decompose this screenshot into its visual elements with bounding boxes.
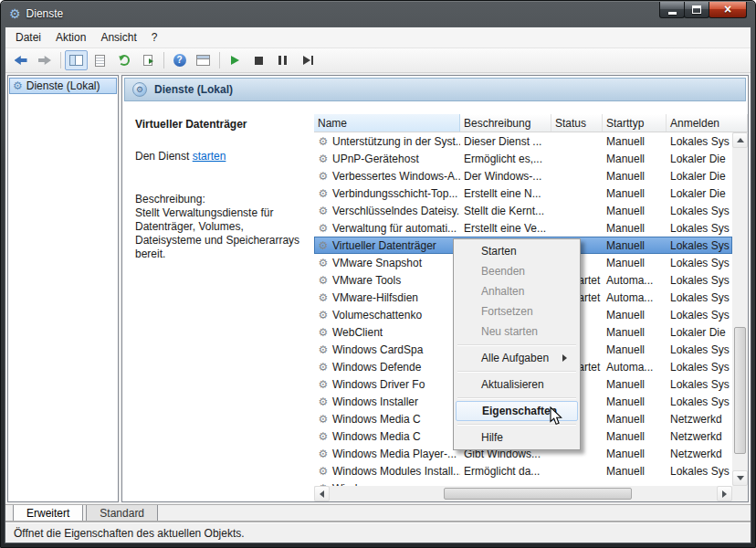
- context-menu-item-fortsetzen: Fortsetzen: [456, 301, 578, 321]
- service-startup-type: Manuell: [603, 170, 667, 183]
- service-gear-icon: ⚙: [317, 171, 330, 182]
- service-description: Ermöglicht da...: [460, 465, 551, 478]
- scroll-down-button[interactable]: [732, 470, 748, 486]
- column-header-beschreibung[interactable]: Beschreibung: [460, 114, 551, 132]
- main-panel: ⚙ Dienste (Lokal) Virtueller Datenträger…: [121, 75, 749, 502]
- start-service-button[interactable]: [224, 50, 247, 70]
- help-button[interactable]: [168, 50, 191, 70]
- column-header-name[interactable]: Name: [314, 114, 460, 132]
- scroll-right-button[interactable]: [717, 486, 732, 501]
- service-logon-as: Lokales Sys: [667, 309, 732, 321]
- tree-item-label: Dienste (Lokal): [26, 79, 100, 92]
- column-header-starttyp[interactable]: Starttyp: [603, 114, 667, 132]
- service-row[interactable]: ⚙Verschlüsselndes Dateisy...Stellt die K…: [314, 202, 732, 219]
- vertical-scroll-thumb[interactable]: [734, 327, 746, 454]
- menu-datei[interactable]: Datei: [8, 28, 48, 47]
- maximize-button[interactable]: [684, 2, 709, 18]
- service-description: Erstellt eine Ve...: [460, 222, 551, 235]
- service-startup-type: Manuell: [603, 205, 667, 217]
- context-menu-item-aktualisieren[interactable]: Aktualisieren: [456, 374, 578, 395]
- service-name-cell: ⚙Virtueller Datenträger: [314, 239, 460, 252]
- context-menu-item-starten[interactable]: Starten: [456, 241, 578, 261]
- restart-service-icon: [303, 56, 310, 65]
- service-name: Windows Modules Install...: [332, 465, 460, 478]
- arrow-down-icon: [737, 476, 744, 484]
- service-logon-as: Lokales Sys: [667, 361, 732, 374]
- vertical-scrollbar[interactable]: [732, 132, 748, 486]
- horizontal-scroll-thumb[interactable]: [444, 488, 632, 500]
- refresh-button[interactable]: [112, 50, 135, 70]
- services-icon: ⚙: [13, 80, 23, 91]
- service-name: Verschlüsselndes Dateisy...: [332, 205, 460, 217]
- scroll-left-button[interactable]: [314, 486, 330, 501]
- table-header: NameBeschreibungStatusStarttypAnmelden: [314, 114, 748, 132]
- status-bar: Öffnet die Eigenschaften des aktuellen O…: [5, 522, 751, 543]
- extended-view-icon: [196, 55, 210, 66]
- column-header-anmelden[interactable]: Anmelden: [667, 114, 748, 132]
- context-menu-item-hilfe[interactable]: Hilfe: [456, 427, 578, 448]
- extended-view-button[interactable]: [192, 50, 215, 70]
- menu-ansicht[interactable]: Ansicht: [93, 28, 143, 47]
- service-logon-as: Lokales Sys: [667, 222, 732, 235]
- service-name: VMware Snapshot: [332, 257, 422, 269]
- service-row[interactable]: ⚙Verwaltung für automati...Erstellt eine…: [314, 219, 732, 237]
- service-logon-as: Lokales Sys: [667, 395, 732, 408]
- service-row[interactable]: ⚙Verbessertes Windows-A...Der Windows-..…: [314, 167, 732, 184]
- service-name-cell: ⚙Verwaltung für automati...: [314, 222, 460, 235]
- service-name: Windows Media C: [332, 430, 421, 443]
- service-logon-as: Lokaler Die: [667, 170, 732, 183]
- show-console-tree-button[interactable]: [65, 50, 88, 70]
- service-row[interactable]: ⚙Unterstützung in der Syst...Dieser Dien…: [314, 132, 732, 150]
- service-startup-type: Manuell: [603, 343, 667, 356]
- back-button[interactable]: [9, 50, 32, 70]
- service-gear-icon: ⚙: [317, 466, 330, 477]
- maximize-icon: [692, 5, 701, 14]
- menu-aktion[interactable]: Aktion: [48, 28, 93, 47]
- service-name-cell: ⚙Windows Installer: [314, 395, 460, 408]
- service-logon-as: Netzwerkd: [667, 430, 732, 443]
- service-row[interactable]: ⚙Windows-...: [314, 480, 732, 486]
- close-button[interactable]: [709, 2, 747, 18]
- start-service-link[interactable]: starten: [193, 150, 226, 163]
- arrow-right-icon: [722, 490, 730, 498]
- service-name-cell: ⚙UPnP-Gerätehost: [314, 153, 460, 165]
- service-logon-as: Lokales Sys: [667, 257, 732, 269]
- service-logon-as: Lokales Sys: [667, 378, 732, 391]
- view-tab-standard[interactable]: Standard: [86, 505, 158, 523]
- window-controls: [660, 2, 747, 18]
- window-title: Dienste: [26, 7, 64, 20]
- service-logon-as: Lokales Sys: [667, 135, 732, 148]
- service-description: Stellt die Kernt...: [460, 205, 551, 217]
- service-logon-as: Lokales Sys: [667, 274, 732, 287]
- service-name-cell: ⚙Verbindungsschicht-Top...: [314, 187, 460, 200]
- restart-service-button[interactable]: [295, 50, 318, 70]
- properties-button[interactable]: [89, 50, 111, 70]
- minimize-button[interactable]: [659, 2, 685, 18]
- titlebar[interactable]: ⚙ Dienste: [1, 1, 755, 26]
- description-text: Stellt Verwaltungsdienste für Datenträge…: [135, 206, 305, 261]
- horizontal-scrollbar[interactable]: [314, 486, 732, 501]
- context-menu-item-alle-aufgaben[interactable]: Alle Aufgaben: [456, 348, 578, 368]
- service-logon-as: Lokaler Die: [667, 187, 732, 200]
- service-row[interactable]: ⚙Windows Modules Install...Ermöglicht da…: [314, 462, 732, 480]
- tree-item-dienste-lokal[interactable]: ⚙ Dienste (Lokal): [9, 78, 117, 94]
- export-list-button[interactable]: [136, 50, 159, 70]
- service-gear-icon: ⚙: [317, 223, 330, 234]
- menu-separator: [457, 371, 576, 372]
- main-header-title: Dienste (Lokal): [154, 83, 233, 96]
- service-gear-icon: ⚙: [317, 153, 330, 164]
- column-header-status[interactable]: Status: [551, 114, 603, 132]
- service-row[interactable]: ⚙UPnP-GerätehostErmöglicht es,...Manuell…: [314, 150, 732, 167]
- main-body: Virtueller Datenträger Den Dienst starte…: [122, 114, 748, 501]
- service-name-cell: ⚙WebClient: [314, 326, 460, 339]
- menu-hilfe[interactable]: ?: [144, 28, 165, 47]
- service-startup-type: Manuell: [603, 222, 667, 235]
- scroll-up-button[interactable]: [732, 132, 748, 148]
- view-tab-erweitert[interactable]: Erweitert: [13, 505, 83, 523]
- stop-service-button[interactable]: [247, 50, 270, 70]
- service-description: Ermöglicht es,...: [460, 153, 551, 165]
- service-row[interactable]: ⚙Verbindungsschicht-Top...Erstellt eine …: [314, 184, 732, 202]
- pause-service-button[interactable]: [271, 50, 294, 70]
- service-gear-icon: ⚙: [317, 344, 330, 355]
- selected-service-name: Virtueller Datenträger: [135, 118, 305, 132]
